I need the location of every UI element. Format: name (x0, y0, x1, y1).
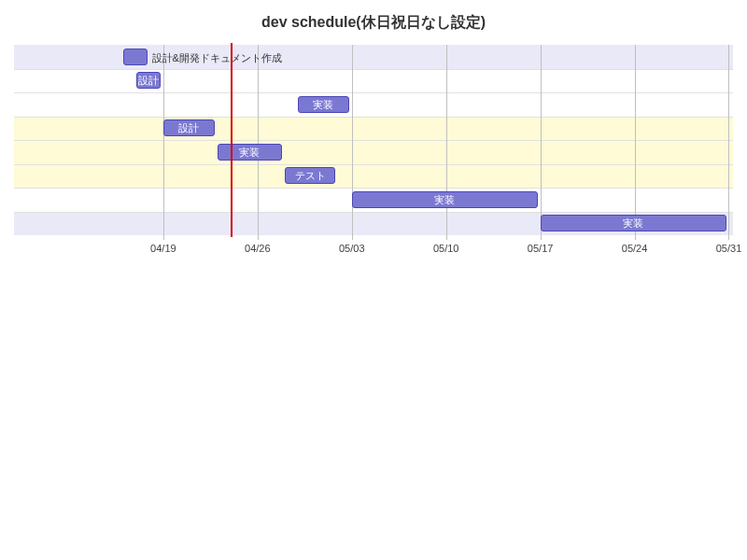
task-bar[interactable]: テスト (285, 167, 336, 184)
gridline (541, 45, 542, 235)
axis-tick-label: 05/31 (700, 243, 747, 254)
task-label: 実装 (623, 217, 643, 229)
axis-tick (728, 235, 729, 240)
axis-tick (446, 235, 447, 240)
task-bar[interactable]: 設計&開発ドキュメント作成 (123, 49, 148, 65)
axis-tick (635, 235, 636, 240)
axis-tick (352, 235, 353, 240)
task-label: 設計&開発ドキュメント作成 (147, 49, 282, 66)
axis-tick-label: 05/03 (324, 243, 380, 254)
axis-tick-label: 05/24 (607, 243, 663, 254)
task-label: 実装 (313, 99, 333, 110)
task-bar[interactable]: 設計 (136, 72, 161, 89)
task-bar[interactable]: 実装 (541, 215, 726, 231)
gridline (163, 45, 164, 235)
gridline (728, 45, 729, 235)
axis-tick-label: 05/10 (418, 243, 474, 254)
gridline (635, 45, 636, 235)
gantt-plot: 04/19 04/26 05/03 05/10 05/17 05/24 05/3… (103, 45, 733, 235)
task-label: テスト (295, 170, 326, 181)
task-label: 設計 (178, 122, 199, 133)
gantt-chart: HTML Migration REST API Android iOS (14, 45, 733, 235)
task-bar[interactable]: 実装 (218, 144, 282, 161)
task-label: 実装 (434, 194, 455, 205)
chart-title: dev schedule(休日祝日なし設定) (0, 13, 747, 33)
axis-tick (541, 235, 542, 240)
axis-tick (258, 235, 259, 240)
section-band (14, 45, 733, 69)
task-bar[interactable]: 実装 (298, 96, 349, 113)
axis-tick-label: 05/17 (513, 243, 569, 254)
task-bar[interactable]: 実装 (352, 191, 538, 208)
axis-tick-label: 04/19 (135, 243, 191, 254)
task-label: 設計 (138, 75, 159, 86)
section-band (14, 69, 733, 117)
today-marker (231, 43, 233, 237)
axis-tick (163, 235, 164, 240)
gridline (258, 45, 259, 235)
section-band (14, 117, 733, 189)
task-label: 実装 (239, 147, 260, 158)
axis-tick-label: 04/26 (230, 243, 286, 254)
task-bar[interactable]: 設計 (163, 119, 215, 136)
